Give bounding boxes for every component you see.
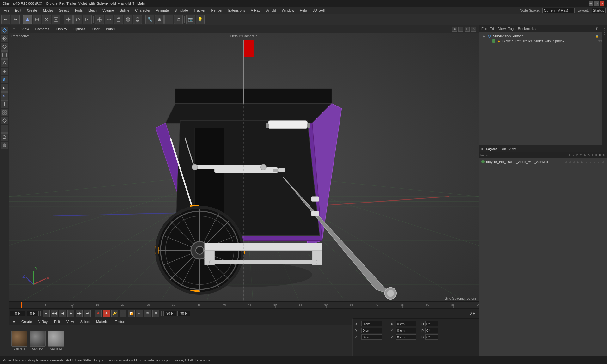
- viewport-ctrl-1[interactable]: ⊕: [452, 27, 457, 32]
- camera-button[interactable]: 📷: [186, 15, 195, 24]
- maximize-button[interactable]: □: [594, 1, 599, 6]
- layer-icon-r[interactable]: □: [572, 160, 576, 164]
- menu-window[interactable]: Window: [279, 8, 297, 13]
- mat-menu-create[interactable]: Create: [20, 319, 33, 324]
- menu-simulate[interactable]: Simulate: [172, 8, 191, 13]
- layer-icon-d[interactable]: □: [592, 160, 596, 164]
- material-swatch-cat[interactable]: Cat_3_M: [48, 331, 64, 350]
- left-tool-5[interactable]: [1, 59, 8, 67]
- viewport-menu-filter[interactable]: Filter: [90, 27, 101, 32]
- mesh-mode-button[interactable]: [33, 15, 41, 24]
- sculpt-mode-button[interactable]: [42, 15, 51, 24]
- menu-volume[interactable]: Volume: [100, 8, 117, 13]
- menu-file[interactable]: File: [1, 8, 12, 13]
- cube-button[interactable]: [114, 15, 123, 24]
- menu-3dtoall[interactable]: 3DToAll: [310, 8, 327, 13]
- end-frame-field[interactable]: [163, 311, 176, 316]
- go-start-button[interactable]: ⏮: [43, 310, 50, 317]
- mat-menu-select[interactable]: Select: [79, 319, 91, 324]
- layer-icon-e[interactable]: □: [597, 160, 600, 164]
- scene-browser-header-bookmarks[interactable]: Bookmarks: [518, 27, 536, 31]
- tag-button[interactable]: 🏷: [174, 15, 183, 24]
- left-tool-4[interactable]: [1, 51, 8, 59]
- layers-view[interactable]: View: [508, 147, 516, 151]
- menu-create[interactable]: Create: [24, 8, 40, 13]
- play-reverse-button[interactable]: ◀: [59, 310, 66, 317]
- y-pos-field[interactable]: [361, 328, 382, 333]
- menu-select[interactable]: Select: [57, 8, 71, 13]
- anim-mode-button[interactable]: [52, 15, 60, 24]
- move-tool-button[interactable]: [64, 15, 73, 24]
- node-space-dropdown[interactable]: Current (V-Ray): [542, 8, 575, 13]
- go-end-button[interactable]: ⏭: [84, 310, 91, 317]
- left-tool-brush[interactable]: [1, 100, 8, 108]
- layer-icon-x[interactable]: □: [601, 160, 604, 164]
- layer-icon-s[interactable]: □: [564, 160, 567, 164]
- layer-icon-v[interactable]: □: [568, 160, 572, 164]
- layer-icon-l[interactable]: □: [580, 160, 584, 164]
- viewport-ctrl-4[interactable]: ✕: [471, 27, 476, 32]
- viewport-menu-options[interactable]: Options: [72, 27, 87, 32]
- menu-tracker[interactable]: Tracker: [191, 8, 208, 13]
- material-swatch-cabine[interactable]: Cabine_I: [11, 331, 27, 350]
- fps-field[interactable]: [177, 311, 190, 316]
- preview-button[interactable]: 👁: [144, 310, 151, 317]
- current-frame-field[interactable]: [10, 311, 25, 316]
- mat-menu-view[interactable]: View: [65, 319, 75, 324]
- menu-modes[interactable]: Modes: [40, 8, 56, 13]
- scene-browser-header-edit[interactable]: Edit: [490, 27, 496, 31]
- left-tool-1[interactable]: [1, 27, 8, 34]
- mat-menu-edit[interactable]: Edit: [53, 319, 61, 324]
- scene-browser-icon-1[interactable]: ◧: [596, 27, 598, 30]
- layout-dropdown[interactable]: Startup: [592, 8, 606, 13]
- rotate-tool-button[interactable]: [73, 15, 82, 24]
- timeline-ruler[interactable]: 051015202530354045505560657075808590: [21, 302, 479, 308]
- viewport-menu-cameras[interactable]: Cameras: [34, 27, 51, 32]
- x-pos-field[interactable]: [361, 321, 382, 326]
- z-pos-field[interactable]: [361, 334, 382, 340]
- record-button[interactable]: ⏺: [103, 310, 110, 317]
- menu-spline[interactable]: Spline: [117, 8, 132, 13]
- ping-pong-button[interactable]: ↔: [136, 310, 143, 317]
- next-frame-button[interactable]: ▶▶: [76, 310, 83, 317]
- loop-button[interactable]: 🔁: [128, 310, 135, 317]
- timeline-area[interactable]: 051015202530354045505560657075808590: [9, 301, 479, 308]
- menu-arnold[interactable]: Arnold: [263, 8, 279, 13]
- motion-button[interactable]: 〰: [120, 310, 126, 317]
- left-tool-s1[interactable]: S: [1, 76, 8, 83]
- layer-icon-g[interactable]: □: [588, 160, 592, 164]
- material-swatch-cart[interactable]: Cart_MA: [30, 331, 46, 350]
- viewport-menu-display[interactable]: Display: [54, 27, 68, 32]
- undo-button[interactable]: ↩: [1, 15, 10, 24]
- left-tool-ring[interactable]: [1, 133, 8, 141]
- left-tool-6[interactable]: [1, 68, 8, 75]
- left-tool-3[interactable]: [1, 43, 8, 51]
- add-object-button[interactable]: [95, 15, 104, 24]
- scene-browser-content[interactable]: ▶ ⬡ Subdivision Surface 🔒 ✓ ◈ Bicycle_Pe…: [479, 32, 607, 145]
- cylinder-button[interactable]: [133, 15, 142, 24]
- left-tool-s2[interactable]: S: [1, 84, 8, 92]
- menu-animate[interactable]: Animate: [154, 8, 171, 13]
- viewport-menu-view[interactable]: View: [20, 27, 30, 32]
- pen-tool-button[interactable]: ✏: [105, 15, 113, 24]
- menu-extensions[interactable]: Extensions: [226, 8, 248, 13]
- auto-record-button[interactable]: ⏺: [95, 310, 102, 317]
- h-angle-field[interactable]: [425, 321, 438, 326]
- mat-menu-material[interactable]: Material: [95, 319, 110, 324]
- scene-item-expand-icon[interactable]: ▶: [483, 34, 486, 38]
- left-tool-grid[interactable]: [1, 109, 8, 116]
- viewport-ctrl-3[interactable]: □: [465, 27, 470, 32]
- menu-edit[interactable]: Edit: [13, 8, 24, 13]
- layers-edit[interactable]: Edit: [500, 147, 506, 151]
- start-frame-field[interactable]: [27, 311, 39, 316]
- field-button[interactable]: ⊕: [155, 15, 164, 24]
- play-button[interactable]: ▶: [67, 310, 74, 317]
- left-tool-circle[interactable]: [1, 142, 8, 149]
- mat-menu-vray[interactable]: V-Ray: [37, 319, 49, 324]
- model-mode-button[interactable]: [23, 15, 32, 24]
- scene-browser-header-tags[interactable]: Tags: [508, 27, 515, 31]
- left-tool-2[interactable]: [1, 35, 8, 42]
- scale-tool-button[interactable]: [83, 15, 92, 24]
- b-angle-field[interactable]: [425, 334, 438, 340]
- left-tool-diamond[interactable]: [1, 117, 8, 124]
